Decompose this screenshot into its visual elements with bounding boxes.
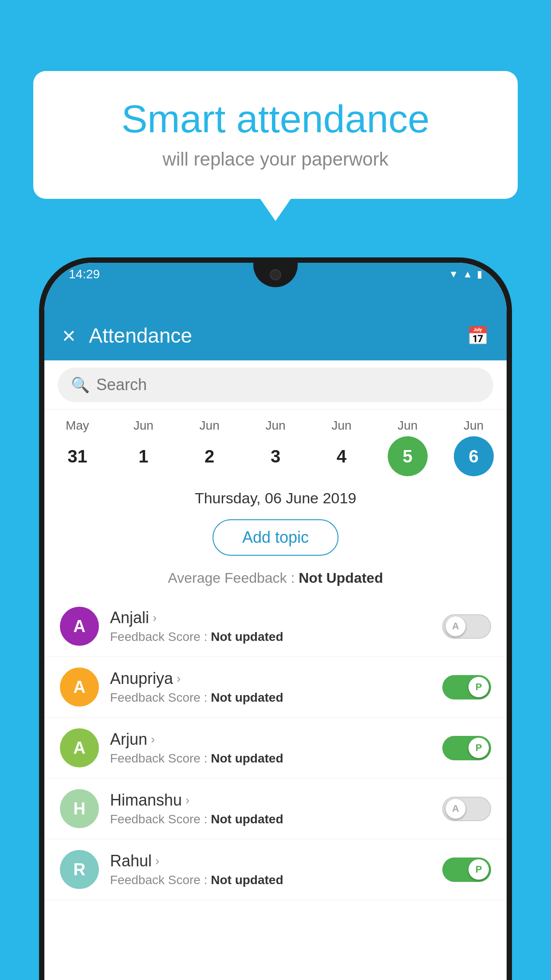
bubble-title: Smart attendance [69,98,482,141]
status-icons: ▼ ▲ ▮ [449,269,482,280]
toggle-container: P [442,858,491,882]
student-name: Anupriya › [110,669,431,688]
search-container: 🔍 [44,360,507,410]
student-avatar: R [60,850,99,889]
student-avatar: H [60,789,99,828]
selected-date-header: Thursday, 06 June 2019 [44,481,507,511]
attendance-toggle[interactable]: P [442,736,491,760]
feedback-value: Not updated [211,812,283,826]
student-name: Rahul › [110,852,431,870]
date-day[interactable]: 5 [388,436,428,476]
toggle-container: P [442,675,491,699]
status-time: 14:29 [69,267,100,281]
calendar-icon[interactable]: 📅 [467,325,489,346]
student-info: Anjali ›Feedback Score : Not updated [110,609,431,644]
attendance-toggle[interactable]: A [442,614,491,639]
date-day[interactable]: 2 [189,436,229,476]
signal-icon: ▲ [463,269,472,280]
date-day[interactable]: 6 [454,436,494,476]
student-name: Arjun › [110,730,431,749]
student-item[interactable]: AAnjali ›Feedback Score : Not updatedA [44,596,507,657]
student-info: Arjun ›Feedback Score : Not updated [110,730,431,766]
phone-inner: 14:29 ▼ ▲ ▮ × Attendance 📅 🔍 May31Jun1Ju… [44,263,507,980]
toggle-thumb: P [468,859,489,880]
date-col[interactable]: Jun4 [308,419,374,481]
speech-bubble: Smart attendance will replace your paper… [33,71,518,199]
app-bar: × Attendance 📅 [44,311,507,360]
feedback-value: Not updated [211,751,283,765]
student-avatar: A [60,607,99,646]
status-bar: 14:29 ▼ ▲ ▮ [44,267,507,281]
toggle-thumb: P [468,677,489,697]
student-item[interactable]: AAnupriya ›Feedback Score : Not updatedP [44,657,507,718]
student-avatar: A [60,668,99,707]
search-icon: 🔍 [71,376,90,394]
add-topic-button[interactable]: Add topic [213,519,338,556]
chevron-icon: › [155,854,159,868]
add-topic-container: Add topic [44,511,507,564]
student-item[interactable]: HHimanshu ›Feedback Score : Not updatedA [44,778,507,839]
student-avatar: A [60,728,99,767]
feedback-value: Not updated [211,873,283,887]
chevron-icon: › [153,611,157,625]
phone-frame: 14:29 ▼ ▲ ▮ × Attendance 📅 🔍 May31Jun1Ju… [39,257,512,980]
date-day[interactable]: 1 [123,436,163,476]
date-month: Jun [134,419,153,433]
date-month: Jun [331,419,351,433]
student-feedback: Feedback Score : Not updated [110,812,431,826]
student-info: Himanshu ›Feedback Score : Not updated [110,791,431,826]
student-name: Himanshu › [110,791,431,810]
date-col[interactable]: Jun3 [243,419,309,481]
student-item[interactable]: AArjun ›Feedback Score : Not updatedP [44,718,507,778]
toggle-thumb: A [445,616,466,636]
date-col[interactable]: Jun2 [177,419,243,481]
student-feedback: Feedback Score : Not updated [110,751,431,766]
date-col[interactable]: Jun6 [441,419,507,481]
student-feedback: Feedback Score : Not updated [110,691,431,705]
bubble-subtitle: will replace your paperwork [69,149,482,170]
date-month: May [66,419,89,433]
student-item[interactable]: RRahul ›Feedback Score : Not updatedP [44,839,507,900]
date-month: Jun [265,419,285,433]
student-list: AAnjali ›Feedback Score : Not updatedAAA… [44,596,507,900]
search-input-wrapper: 🔍 [58,368,493,402]
feedback-value: Not updated [211,630,283,644]
date-month: Jun [398,419,417,433]
wifi-icon: ▼ [449,269,458,280]
date-col[interactable]: Jun1 [110,419,177,481]
date-col[interactable]: May31 [44,419,110,481]
attendance-toggle[interactable]: P [442,858,491,882]
speech-bubble-container: Smart attendance will replace your paper… [33,71,518,199]
toggle-thumb: P [468,738,489,758]
notch-area: 14:29 ▼ ▲ ▮ [44,263,507,311]
date-col[interactable]: Jun5 [374,419,441,481]
toggle-container: P [442,736,491,760]
student-name: Anjali › [110,609,431,627]
student-info: Rahul ›Feedback Score : Not updated [110,852,431,887]
date-day[interactable]: 4 [322,436,362,476]
chevron-icon: › [151,732,155,747]
date-month: Jun [200,419,220,433]
feedback-value: Not updated [211,691,283,704]
avg-feedback-value: Not Updated [299,570,383,586]
toggle-container: A [442,614,491,639]
student-info: Anupriya ›Feedback Score : Not updated [110,669,431,705]
date-day[interactable]: 3 [256,436,295,476]
search-input[interactable] [96,375,480,394]
date-month: Jun [464,419,484,433]
attendance-toggle[interactable]: A [442,797,491,821]
date-selector: May31Jun1Jun2Jun3Jun4Jun5Jun6 [44,410,507,481]
battery-icon: ▮ [477,269,482,280]
toggle-thumb: A [445,798,466,819]
app-bar-title: Attendance [89,324,467,348]
date-day[interactable]: 31 [57,436,97,476]
toggle-container: A [442,797,491,821]
chevron-icon: › [185,793,189,807]
average-feedback: Average Feedback : Not Updated [44,564,507,596]
student-feedback: Feedback Score : Not updated [110,873,431,887]
student-feedback: Feedback Score : Not updated [110,630,431,644]
chevron-icon: › [177,672,181,686]
close-button[interactable]: × [62,322,75,349]
attendance-toggle[interactable]: P [442,675,491,699]
avg-feedback-label: Average Feedback : [168,570,295,586]
